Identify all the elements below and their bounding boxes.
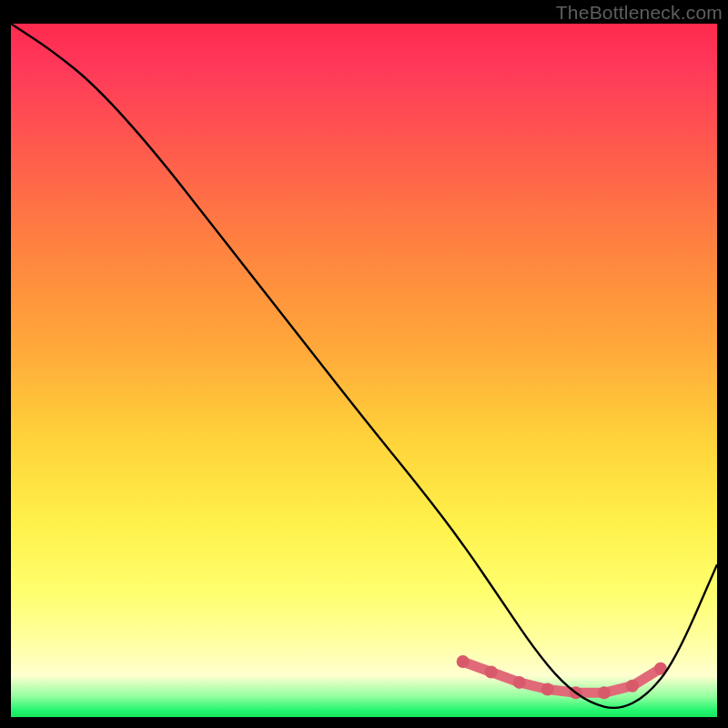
optimal-zone-dot: [541, 683, 554, 696]
optimal-zone-dot: [485, 665, 498, 678]
optimal-zone-dot: [598, 686, 611, 699]
optimal-zone-dot: [457, 655, 470, 668]
highlight-band: [457, 655, 667, 699]
watermark-text: TheBottleneck.com: [556, 2, 723, 24]
optimal-zone-dot: [626, 680, 639, 693]
bottleneck-curve: [11, 24, 717, 708]
chart-frame: TheBottleneck.com: [0, 0, 728, 728]
chart-svg: [11, 24, 717, 717]
optimal-zone-dot: [513, 676, 526, 689]
curve-layer: [11, 24, 717, 708]
